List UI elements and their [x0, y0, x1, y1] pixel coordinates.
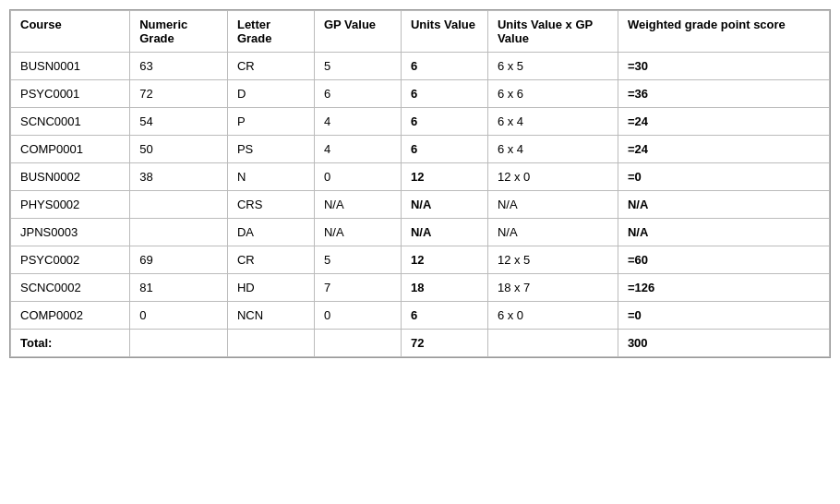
- cell-numeric: 54: [130, 108, 228, 136]
- cell-course: SCNC0001: [11, 108, 130, 136]
- cell-letter: HD: [227, 274, 314, 302]
- cell-units: 6: [401, 53, 487, 80]
- cell-gp: 4: [314, 136, 401, 163]
- cell-numeric: 72: [130, 80, 228, 108]
- header-row: Course Numeric Grade Letter Grade GP Val…: [11, 11, 830, 53]
- cell-course: PSYC0002: [11, 246, 130, 274]
- cell-numeric: [130, 191, 228, 219]
- cell-numeric: [130, 219, 228, 246]
- footer-empty-4: [487, 330, 618, 357]
- cell-letter: CR: [227, 246, 314, 274]
- cell-unitsgp: 6 x 4: [487, 136, 618, 163]
- cell-unitsgp: 6 x 6: [487, 80, 618, 108]
- cell-gp: 6: [314, 80, 401, 108]
- table-row: PSYC000172D666 x 6=36: [11, 80, 830, 108]
- cell-letter: DA: [227, 219, 314, 246]
- cell-units: N/A: [401, 219, 487, 246]
- cell-units: 18: [401, 274, 487, 302]
- cell-letter: N: [227, 163, 314, 191]
- col-header-units-gp: Units Value x GP Value: [487, 11, 618, 53]
- table-row: PSYC000269CR51212 x 5=60: [11, 246, 830, 274]
- cell-weighted: =24: [618, 108, 829, 136]
- cell-weighted: =30: [618, 53, 829, 80]
- footer-empty-2: [227, 330, 314, 357]
- col-header-letter-grade: Letter Grade: [227, 11, 314, 53]
- cell-units: 12: [401, 163, 487, 191]
- footer-empty-3: [314, 330, 401, 357]
- footer-row: Total: 72 300: [11, 330, 830, 357]
- col-header-weighted: Weighted grade point score: [618, 11, 829, 53]
- cell-units: N/A: [401, 191, 487, 219]
- footer-label: Total:: [11, 330, 130, 357]
- grade-table: Course Numeric Grade Letter Grade GP Val…: [10, 10, 830, 357]
- cell-gp: 7: [314, 274, 401, 302]
- cell-weighted: =36: [618, 80, 829, 108]
- cell-course: SCNC0002: [11, 274, 130, 302]
- grade-table-wrapper: Course Numeric Grade Letter Grade GP Val…: [9, 9, 831, 358]
- table-row: SCNC000281HD71818 x 7=126: [11, 274, 830, 302]
- cell-weighted: =60: [618, 246, 829, 274]
- table-row: COMP000150PS466 x 4=24: [11, 136, 830, 163]
- col-header-gp-value: GP Value: [314, 11, 401, 53]
- table-row: COMP00020NCN066 x 0=0: [11, 302, 830, 330]
- footer-empty-1: [130, 330, 228, 357]
- cell-letter: PS: [227, 136, 314, 163]
- cell-numeric: 50: [130, 136, 228, 163]
- cell-units: 6: [401, 108, 487, 136]
- cell-gp: 0: [314, 163, 401, 191]
- cell-course: COMP0002: [11, 302, 130, 330]
- cell-weighted: =126: [618, 274, 829, 302]
- cell-unitsgp: 6 x 5: [487, 53, 618, 80]
- table-row: JPNS0003DAN/AN/AN/AN/A: [11, 219, 830, 246]
- cell-weighted: =24: [618, 136, 829, 163]
- cell-letter: P: [227, 108, 314, 136]
- cell-letter: D: [227, 80, 314, 108]
- cell-units: 6: [401, 80, 487, 108]
- cell-course: JPNS0003: [11, 219, 130, 246]
- cell-units: 12: [401, 246, 487, 274]
- cell-letter: CR: [227, 53, 314, 80]
- table-row: BUSN000163CR566 x 5=30: [11, 53, 830, 80]
- cell-numeric: 38: [130, 163, 228, 191]
- cell-weighted: =0: [618, 302, 829, 330]
- cell-unitsgp: N/A: [487, 219, 618, 246]
- cell-unitsgp: 12 x 0: [487, 163, 618, 191]
- table-row: BUSN000238N01212 x 0=0: [11, 163, 830, 191]
- cell-gp: N/A: [314, 191, 401, 219]
- table-row: SCNC000154P466 x 4=24: [11, 108, 830, 136]
- cell-numeric: 0: [130, 302, 228, 330]
- col-header-units-value: Units Value: [401, 11, 487, 53]
- cell-gp: 5: [314, 53, 401, 80]
- cell-gp: N/A: [314, 219, 401, 246]
- cell-course: PSYC0001: [11, 80, 130, 108]
- col-header-numeric-grade: Numeric Grade: [130, 11, 228, 53]
- cell-unitsgp: N/A: [487, 191, 618, 219]
- cell-unitsgp: 18 x 7: [487, 274, 618, 302]
- cell-course: BUSN0002: [11, 163, 130, 191]
- cell-letter: NCN: [227, 302, 314, 330]
- footer-weighted-total: 300: [618, 330, 829, 357]
- cell-numeric: 81: [130, 274, 228, 302]
- cell-letter: CRS: [227, 191, 314, 219]
- cell-course: BUSN0001: [11, 53, 130, 80]
- table-row: PHYS0002CRSN/AN/AN/AN/A: [11, 191, 830, 219]
- cell-course: PHYS0002: [11, 191, 130, 219]
- cell-gp: 4: [314, 108, 401, 136]
- cell-course: COMP0001: [11, 136, 130, 163]
- cell-units: 6: [401, 136, 487, 163]
- cell-unitsgp: 6 x 4: [487, 108, 618, 136]
- cell-numeric: 63: [130, 53, 228, 80]
- cell-gp: 0: [314, 302, 401, 330]
- cell-unitsgp: 12 x 5: [487, 246, 618, 274]
- cell-unitsgp: 6 x 0: [487, 302, 618, 330]
- cell-gp: 5: [314, 246, 401, 274]
- cell-numeric: 69: [130, 246, 228, 274]
- cell-weighted: N/A: [618, 219, 829, 246]
- cell-weighted: =0: [618, 163, 829, 191]
- col-header-course: Course: [11, 11, 130, 53]
- cell-weighted: N/A: [618, 191, 829, 219]
- footer-units-total: 72: [401, 330, 487, 357]
- cell-units: 6: [401, 302, 487, 330]
